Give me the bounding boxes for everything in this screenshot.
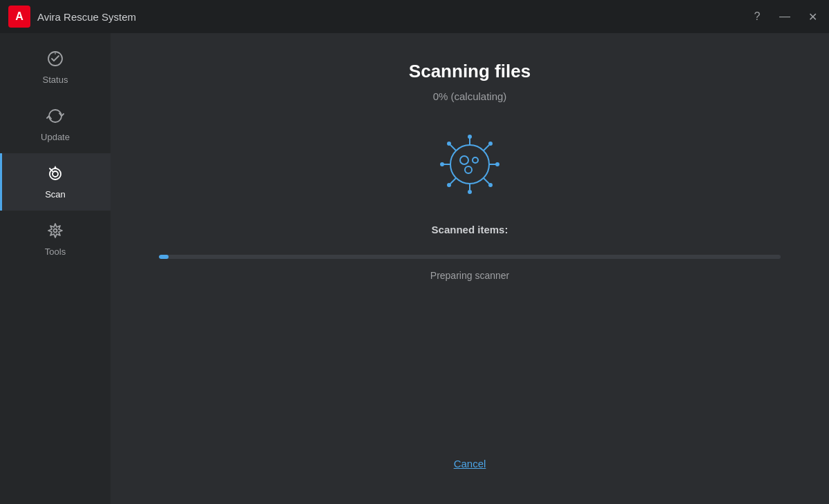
svg-line-17 [450,178,456,184]
svg-point-14 [447,142,451,146]
svg-point-22 [473,157,478,163]
sidebar-item-update[interactable]: Update [0,96,111,153]
svg-point-4 [450,145,489,184]
svg-point-8 [468,190,472,194]
svg-point-18 [447,183,451,187]
sidebar-item-scan[interactable]: Scan [0,153,111,211]
status-icon [46,50,64,72]
sidebar-item-tools[interactable]: Tools [0,211,111,268]
cancel-button[interactable]: Cancel [454,458,486,483]
progress-bar-fill [159,255,169,259]
logo-letter: A [15,10,23,23]
help-button[interactable]: ? [749,8,765,25]
tools-label: Tools [45,246,66,257]
status-label: Status [43,75,68,85]
svg-line-19 [484,178,489,184]
svg-line-15 [484,145,489,151]
scanning-percent: 0% (calculating) [433,90,507,102]
progress-bar-container [159,255,781,259]
content-area: Scanning files 0% (calculating) [111,33,829,504]
svg-point-21 [460,156,468,164]
svg-point-3 [54,229,57,233]
svg-point-12 [495,162,499,166]
svg-point-6 [468,135,472,139]
svg-point-23 [465,166,472,173]
svg-point-16 [488,142,493,146]
minimize-button[interactable]: — [776,8,793,25]
scanning-title: Scanning files [409,61,531,82]
update-icon [46,107,64,129]
update-label: Update [41,132,70,142]
svg-point-20 [488,183,493,187]
sidebar-item-status[interactable]: Status [0,39,111,96]
window-controls: ? — ✕ [749,8,821,25]
main-layout: Status Update [0,33,829,504]
sidebar: Status Update [0,33,111,504]
scan-label: Scan [45,189,66,200]
close-button[interactable]: ✕ [804,8,821,25]
title-bar: A Avira Rescue System ? — ✕ [0,0,829,33]
svg-point-10 [440,162,444,166]
virus-animation-icon [435,130,504,199]
scan-icon [46,164,64,186]
app-title: Avira Rescue System [37,11,749,23]
preparing-text: Preparing scanner [430,270,509,281]
app-logo: A [8,6,30,28]
scanned-items-label: Scanned items: [432,224,508,235]
svg-point-2 [53,171,58,177]
svg-line-13 [450,145,456,151]
tools-icon [46,222,64,244]
